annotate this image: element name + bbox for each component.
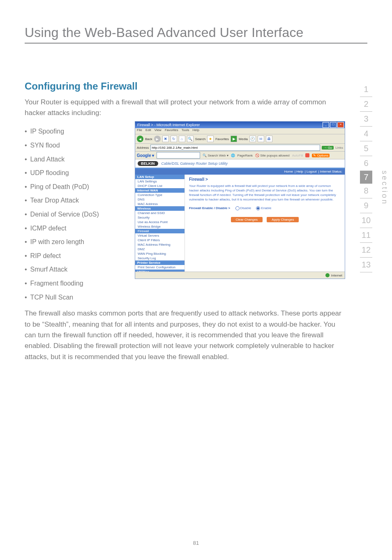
maximize-button[interactable]: □: [330, 122, 337, 128]
disable-label: Disable: [240, 206, 251, 210]
menu-bar: FileEditViewFavoritesToolsHelp: [135, 128, 345, 134]
favorites-icon[interactable]: ★: [207, 136, 214, 142]
sidebar-item[interactable]: Use as Access Point: [135, 220, 184, 224]
sidebar-header: Printer Service: [135, 260, 184, 265]
sidebar-item[interactable]: DNS: [135, 197, 184, 202]
menu-item[interactable]: Tools: [182, 128, 189, 132]
section-nav-item[interactable]: 7: [360, 171, 372, 184]
section-nav: 12345678910111213: [357, 82, 376, 272]
sidebar-item[interactable]: Wireless Bridge: [135, 224, 184, 229]
links-label[interactable]: Links: [335, 146, 343, 150]
sidebar-item[interactable]: Restart Router: [135, 279, 184, 279]
section-nav-item[interactable]: 4: [360, 127, 372, 141]
router-screenshot: Firewall > - Microsoft Internet Explorer…: [135, 121, 345, 279]
topnav-item: | Internet Status:: [318, 170, 342, 173]
section-nav-item[interactable]: 2: [360, 97, 372, 112]
section-nav-item[interactable]: 1: [360, 82, 372, 97]
go-button[interactable]: → Go: [322, 146, 334, 150]
enable-radio[interactable]: [256, 206, 260, 210]
sidebar-item[interactable]: Connection Type: [135, 193, 184, 197]
topnav-item[interactable]: Home: [284, 170, 293, 173]
sidebar-item[interactable]: Channel and SSID: [135, 211, 184, 215]
google-toolbar: Google ▾ 🔍 Search Web ▾ 🌐 PageRank 🚫 Sit…: [135, 152, 345, 159]
address-input[interactable]: [150, 145, 320, 151]
enable-label: Enable: [261, 206, 271, 210]
section-nav-item[interactable]: 11: [360, 228, 372, 243]
google-search-web[interactable]: 🔍 Search Web ▾: [203, 154, 228, 157]
section-nav-item[interactable]: 9: [360, 198, 372, 213]
google-logo: Google ▾: [137, 153, 154, 158]
sidebar-item[interactable]: DHCP Client List: [135, 184, 184, 188]
google-options[interactable]: ✎ Options: [312, 154, 330, 157]
favorites-label[interactable]: Favorites: [215, 137, 229, 141]
sidebar-item[interactable]: Virtual Servers: [135, 233, 184, 238]
lead-paragraph: Your Router is equipped with a firewall …: [25, 97, 345, 118]
home-icon[interactable]: ⌂: [179, 136, 185, 142]
media-icon[interactable]: ▶: [231, 136, 237, 142]
window-title: Firewall > - Microsoft Internet Explorer: [136, 123, 200, 127]
list-item: UDP flooding: [25, 166, 127, 180]
google-search-input[interactable]: [157, 152, 200, 159]
list-item: Tear Drop Attack: [25, 194, 127, 207]
window-titlebar: Firewall > - Microsoft Internet Explorer…: [135, 122, 345, 128]
close-button[interactable]: ×: [337, 122, 344, 128]
clear-changes-button[interactable]: Clear Changes: [231, 217, 263, 222]
google-popups[interactable]: 🚫 Site popups allowed: [255, 154, 290, 157]
list-item: IP Spoofing: [25, 124, 127, 138]
topnav-item[interactable]: | Logout: [305, 170, 317, 173]
menu-item[interactable]: File: [137, 128, 142, 132]
section-nav-item[interactable]: 13: [360, 258, 372, 272]
section-nav-item[interactable]: 8: [360, 184, 372, 198]
section-nav-item[interactable]: 6: [360, 156, 372, 171]
menu-item[interactable]: Edit: [145, 128, 151, 132]
stop-icon[interactable]: ✖: [162, 136, 169, 142]
attack-list: IP SpoofingSYN floodLand AttackUDP flood…: [25, 124, 127, 304]
apply-changes-button[interactable]: Apply Changes: [267, 217, 299, 222]
search-icon[interactable]: 🔍: [187, 136, 194, 142]
list-item: IP with zero length: [25, 235, 127, 249]
router-sidebar: LAN SetupLAN SettingsDHCP Client ListInt…: [135, 175, 185, 279]
section-nav-item[interactable]: 12: [360, 243, 372, 258]
minimize-button[interactable]: _: [323, 122, 329, 128]
sidebar-item[interactable]: Firewall: [135, 229, 184, 233]
sidebar-item[interactable]: MAC Address: [135, 202, 184, 206]
sidebar-item[interactable]: DMZ: [135, 247, 184, 251]
topnav-item[interactable]: | Help: [295, 170, 303, 173]
media-label[interactable]: Media: [239, 137, 248, 141]
menu-item[interactable]: Help: [192, 128, 199, 132]
print-icon[interactable]: 🖶: [266, 136, 272, 142]
section-nav-item[interactable]: 10: [360, 213, 372, 228]
sidebar-item[interactable]: Security Log: [135, 256, 184, 260]
sidebar-item[interactable]: Print Server Configuration: [135, 265, 184, 270]
chapter-title: Using the Web-Based Advanced User Interf…: [25, 25, 367, 44]
sidebar-item[interactable]: LAN Settings: [135, 179, 184, 184]
back-label[interactable]: Back: [145, 137, 152, 141]
section-nav-item[interactable]: 5: [360, 141, 372, 156]
menu-item[interactable]: Favorites: [165, 128, 178, 132]
address-bar: Address → Go Links: [135, 144, 345, 152]
sidebar-item[interactable]: MAC Address Filtering: [135, 242, 184, 247]
google-autofill[interactable]: AutoFill: [292, 154, 303, 157]
sidebar-item[interactable]: Client IP Filters: [135, 238, 184, 242]
list-item: Smurf Attack: [25, 263, 127, 277]
section-nav-item[interactable]: 3: [360, 112, 372, 127]
refresh-icon[interactable]: ↻: [171, 136, 177, 142]
sidebar-item[interactable]: Security: [135, 215, 184, 220]
back-icon[interactable]: ◄: [137, 136, 143, 142]
after-paragraph: The firewall also masks common ports tha…: [25, 308, 345, 362]
search-label[interactable]: Search: [195, 137, 205, 141]
router-topnav: Home| Help| Logout| Internet Status:: [135, 169, 345, 175]
forward-icon[interactable]: ►: [154, 136, 161, 142]
google-alert-icon[interactable]: [305, 153, 309, 157]
menu-item[interactable]: View: [154, 128, 161, 132]
history-icon[interactable]: 🕘: [249, 136, 256, 142]
google-news-icon[interactable]: 🌐: [231, 154, 235, 157]
list-item: TCP Null Scan: [25, 290, 127, 304]
mail-icon[interactable]: ✉: [258, 136, 264, 142]
status-bar: Internet: [135, 272, 345, 279]
section-label: section: [380, 171, 389, 205]
sidebar-item[interactable]: WAN Ping Blocking: [135, 251, 184, 256]
internet-icon: [325, 273, 330, 277]
belkin-subtitle: Cable/DSL Gateway Router Setup Utility: [161, 161, 228, 166]
disable-radio[interactable]: [235, 206, 240, 210]
